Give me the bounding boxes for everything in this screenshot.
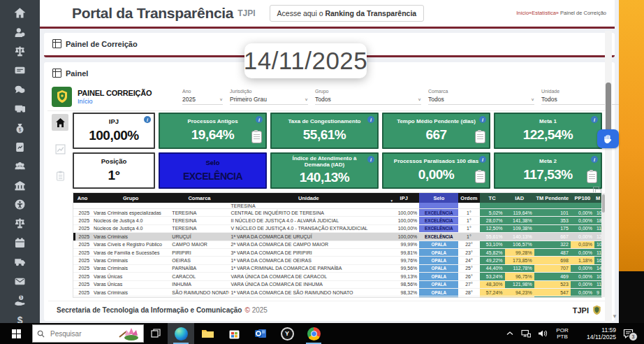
filter-value[interactable]: Todos∨ [315, 96, 421, 105]
table-row[interactable]: 2025Varas Cíveis e Registro PúblicoCAMPO… [73, 241, 601, 248]
kpi-card-meta-1[interactable]: Meta 1122,54%i [494, 113, 602, 149]
info-icon[interactable]: i [591, 156, 598, 163]
table-scrollbar-thumb[interactable] [602, 194, 605, 213]
hand-dollar-icon[interactable]: $ [0, 291, 40, 310]
clipboard-icon[interactable] [587, 171, 597, 183]
filter-value[interactable]: Todos∨ [428, 96, 534, 105]
tray-chevron-icon[interactable] [503, 323, 517, 344]
cell-pp: 0,00% [571, 273, 594, 280]
kpi-card--ndice-de-atendimento-demanda-iad-[interactable]: Índice de Atendimento à Demanda (IAD)140… [270, 152, 379, 189]
truck-icon[interactable] [0, 252, 40, 271]
volume-icon[interactable] [535, 323, 550, 344]
cell-m: 16 [594, 257, 601, 264]
col-header-selo[interactable]: Selo [419, 193, 458, 203]
info-icon[interactable]: i [367, 156, 374, 163]
home-icon[interactable] [52, 114, 68, 131]
table-row[interactable]: 2025Varas CriminaisOEIRAS1ª VARA DA COMA… [73, 257, 601, 264]
col-header-m[interactable]: M [594, 193, 601, 203]
col-header-unidade[interactable]: Unidade [229, 193, 389, 203]
filter-value[interactable]: Primeiro Grau∨ [230, 96, 308, 105]
col-header-iad[interactable]: IAD [505, 193, 534, 203]
document-chart-icon[interactable] [0, 138, 40, 157]
devices-icon[interactable] [0, 99, 40, 118]
id-card-icon[interactable] [0, 61, 40, 80]
table-row[interactable]: 2025Varas ÚnicasJERUMENHAVARA ÚNICA DA C… [73, 296, 601, 298]
vlibras-accessibility-button[interactable] [597, 129, 619, 148]
kpi-card-processos-paralisados-100-dias[interactable]: Processos Paralisados 100 dias0,00%i [382, 152, 490, 189]
edge-icon[interactable] [168, 323, 194, 344]
info-icon[interactable]: i [479, 156, 486, 163]
language-indicator[interactable]: PORPTB [552, 323, 573, 344]
info-icon[interactable]: i [367, 116, 374, 123]
table-row[interactable]: 2025Varas ÚnicasCARACOLVARA ÚNICA DA COM… [73, 273, 601, 280]
scales-icon-2[interactable] [0, 214, 40, 233]
page-scrollbar[interactable] [605, 31, 612, 323]
money-bag-icon[interactable]: $ [0, 118, 40, 137]
accessibility-icon[interactable] [0, 195, 40, 214]
table-row[interactable]: 2025Varas CriminaisSÃO RAIMUNDO NONATO1ª… [73, 288, 601, 296]
network-icon[interactable] [518, 323, 534, 344]
search-input[interactable] [49, 329, 114, 338]
kpi-card-tempo-m-dio-pendente-dias-[interactable]: Tempo Médio Pendente (dias)667i [382, 113, 490, 149]
col-header-ordem[interactable]: Ordem [458, 193, 479, 203]
calendar-icon[interactable] [0, 234, 40, 252]
taskbar-search[interactable] [32, 324, 144, 343]
table-row[interactable]: 2025Varas Criminais especializadasTERESI… [73, 209, 601, 217]
chrome-icon[interactable] [300, 323, 327, 344]
kpi-card-posi-o[interactable]: Posição1° [73, 152, 155, 189]
kpi-card-processos-antigos[interactable]: Processos Antigos19,64%i [159, 113, 267, 149]
col-header-ano[interactable]: Ano [73, 193, 92, 203]
outlook-icon[interactable] [247, 323, 274, 344]
filter-grupo[interactable]: GrupoTodos∨ [315, 89, 421, 105]
col-header-comarca[interactable]: Comarca [170, 193, 228, 203]
line-chart-icon[interactable] [52, 141, 68, 157]
notification-center-icon[interactable]: 3 [617, 323, 638, 344]
filter-comarca[interactable]: ComarcaTodos∨ [428, 89, 534, 105]
clipboard-list-icon[interactable] [52, 167, 68, 184]
start-button[interactable] [0, 323, 32, 344]
comments-icon[interactable] [0, 80, 40, 99]
clipboard-icon[interactable] [475, 171, 485, 183]
filter-value[interactable]: 2025∨ [182, 96, 223, 105]
table-row[interactable]: 2025Varas CriminaisURUÇUÍ1ª VARA DA COMA… [73, 233, 601, 241]
home-icon[interactable] [0, 3, 40, 22]
store-icon[interactable] [221, 323, 247, 344]
kpi-card-taxa-de-congestionamento[interactable]: Taxa de Congestionamento55,61%i [270, 113, 379, 149]
bank-icon[interactable] [0, 176, 40, 195]
envelope-icon[interactable] [0, 271, 40, 290]
clipboard-icon[interactable] [475, 131, 485, 143]
table-row[interactable]: 2025Varas de Família e SucessõesPIRIPIRI… [73, 248, 601, 256]
filter-jurisdição[interactable]: JurisdiçãoPrimeiro Grau∨ [230, 89, 308, 105]
col-header-grupo[interactable]: Grupo [92, 193, 170, 203]
table-row[interactable]: 2025Núcleos de Justiça 4.0TERESINAII NÚC… [73, 217, 601, 224]
col-header-pp100[interactable]: PP100 [571, 193, 594, 203]
info-icon[interactable]: i [479, 116, 486, 123]
file-explorer-icon[interactable] [194, 323, 221, 344]
filter-ano[interactable]: Ano2025∨ [182, 89, 223, 105]
info-icon[interactable]: i [591, 116, 598, 123]
clipboard-icon[interactable] [251, 131, 262, 143]
kpi-card-ipj[interactable]: IPJ100,00%i [73, 113, 155, 149]
clock[interactable]: 11:5914/11/2025 [574, 323, 616, 344]
kpi-card-selo[interactable]: SeloEXCELÊNCIA [159, 152, 267, 189]
table-row[interactable]: 2025Núcleos de Justiça 4.0TERESINAV NÚCL… [73, 224, 601, 232]
task-view-icon[interactable] [144, 323, 168, 344]
media-app-icon[interactable]: Y [274, 323, 300, 344]
col-header-tc[interactable]: TC [480, 193, 505, 203]
dashboard-home-link[interactable]: Início [78, 98, 182, 105]
scales-icon[interactable] [0, 42, 40, 61]
dollar-icon[interactable]: $ [0, 310, 40, 323]
table-row-partial[interactable]: TERESINA [73, 203, 601, 209]
col-header-tm-pendente[interactable]: TM Pendente [534, 193, 571, 203]
col-header-ipj[interactable]: IPJ▼ [388, 193, 419, 203]
table-row[interactable]: 2025Varas ÚnicasINHUMAVARA ÚNICA DA COMA… [73, 280, 601, 288]
table-row[interactable]: 2025Varas CriminaisPARNAÍBA1ª VARA CRIMI… [73, 264, 601, 272]
kpi-card-meta-2[interactable]: Meta 2117,53%i [494, 152, 602, 189]
ranking-button[interactable]: Acesse aqui o Ranking da Transparência [270, 5, 425, 22]
info-icon[interactable]: i [144, 116, 151, 123]
table-header-row[interactable]: AnoGrupoComarcaUnidadeIPJ▼SeloOrdemTCIAD… [73, 193, 601, 203]
breadcrumb[interactable]: Início»Estatística» Painel de Correição [516, 10, 606, 16]
user-gear-icon[interactable] [0, 22, 40, 41]
users-icon[interactable] [0, 157, 40, 175]
info-icon[interactable]: i [256, 116, 263, 123]
